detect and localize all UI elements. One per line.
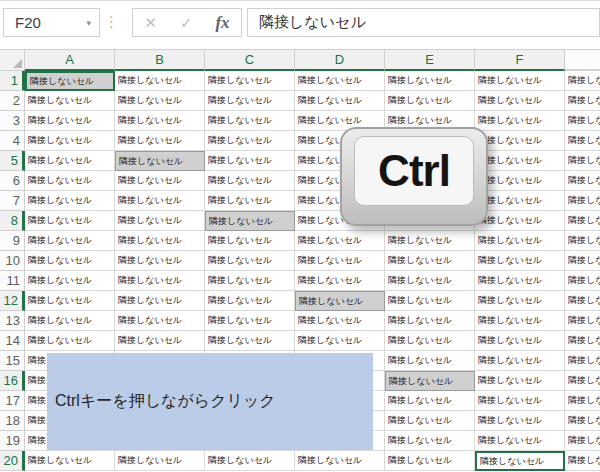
row-header-15[interactable]: 15 (0, 351, 25, 371)
cell-G8[interactable]: 隣接しないセル (565, 211, 600, 231)
cell-E17[interactable]: 隣接しないセル (385, 391, 475, 411)
cell-C4[interactable]: 隣接しないセル (205, 131, 295, 151)
column-header-G[interactable]: G (565, 49, 600, 71)
cell-G9[interactable]: 隣接しないセル (565, 231, 600, 251)
cell-B2[interactable]: 隣接しないセル (115, 91, 205, 111)
row-header-17[interactable]: 17 (0, 391, 25, 411)
cell-E16[interactable]: 隣接しないセル (385, 371, 475, 391)
cell-G18[interactable]: 隣接しないセル (565, 411, 600, 431)
cell-A13[interactable]: 隣接しないセル (25, 311, 115, 331)
row-header-3[interactable]: 3 (0, 111, 25, 131)
row-header-2[interactable]: 2 (0, 91, 25, 111)
cell-A4[interactable]: 隣接しないセル (25, 131, 115, 151)
cell-A9[interactable]: 隣接しないセル (25, 231, 115, 251)
cell-G20[interactable]: 隣接しないセル (565, 451, 600, 471)
cell-C12[interactable]: 隣接しないセル (205, 291, 295, 311)
cell-E19[interactable]: 隣接しないセル (385, 431, 475, 451)
cell-B1[interactable]: 隣接しないセル (115, 71, 205, 91)
cell-D9[interactable]: 隣接しないセル (295, 231, 385, 251)
cell-D12[interactable]: 隣接しないセル (295, 291, 385, 311)
row-header-6[interactable]: 6 (0, 171, 25, 191)
column-header-D[interactable]: D (295, 49, 385, 71)
cell-C20[interactable]: 隣接しないセル (205, 451, 295, 471)
cell-E9[interactable]: 隣接しないセル (385, 231, 475, 251)
cell-G5[interactable]: 隣接しないセル (565, 151, 600, 171)
cell-F2[interactable]: 隣接しないセル (475, 91, 565, 111)
cell-D14[interactable]: 隣接しないセル (295, 331, 385, 351)
row-header-11[interactable]: 11 (0, 271, 25, 291)
cell-A3[interactable]: 隣接しないセル (25, 111, 115, 131)
cell-G10[interactable]: 隣接しないセル (565, 251, 600, 271)
cell-C9[interactable]: 隣接しないセル (205, 231, 295, 251)
cell-C5[interactable]: 隣接しないセル (205, 151, 295, 171)
cell-D20[interactable]: 隣接しないセル (295, 451, 385, 471)
cell-G3[interactable]: 隣接しないセル (565, 111, 600, 131)
column-header-C[interactable]: C (205, 49, 295, 71)
cell-A7[interactable]: 隣接しないセル (25, 191, 115, 211)
formula-bar[interactable]: 隣接しないセル (247, 8, 600, 37)
chevron-down-icon[interactable]: ▾ (86, 18, 99, 28)
cell-A8[interactable]: 隣接しないセル (25, 211, 115, 231)
cell-F15[interactable]: 隣接しないセル (475, 351, 565, 371)
cell-C13[interactable]: 隣接しないセル (205, 311, 295, 331)
cell-F1[interactable]: 隣接しないセル (475, 71, 565, 91)
row-header-12[interactable]: 12 (0, 291, 25, 311)
cancel-icon[interactable]: ✕ (144, 14, 157, 32)
cell-F12[interactable]: 隣接しないセル (475, 291, 565, 311)
cell-G14[interactable]: 隣接しないセル (565, 331, 600, 351)
row-header-14[interactable]: 14 (0, 331, 25, 351)
cell-C7[interactable]: 隣接しないセル (205, 191, 295, 211)
cell-C1[interactable]: 隣接しないセル (205, 71, 295, 91)
row-header-19[interactable]: 19 (0, 431, 25, 451)
cell-B10[interactable]: 隣接しないセル (115, 251, 205, 271)
cell-F20[interactable]: 隣接しないセル (475, 451, 565, 471)
cell-B13[interactable]: 隣接しないセル (115, 311, 205, 331)
row-header-7[interactable]: 7 (0, 191, 25, 211)
cell-C10[interactable]: 隣接しないセル (205, 251, 295, 271)
cell-G1[interactable]: 隣接しないセル (565, 71, 600, 91)
cell-G11[interactable]: 隣接しないセル (565, 271, 600, 291)
cell-F6[interactable]: 隣接しないセル (475, 171, 565, 191)
cell-C3[interactable]: 隣接しないセル (205, 111, 295, 131)
row-header-9[interactable]: 9 (0, 231, 25, 251)
cell-C6[interactable]: 隣接しないセル (205, 171, 295, 191)
cell-E2[interactable]: 隣接しないセル (385, 91, 475, 111)
row-header-4[interactable]: 4 (0, 131, 25, 151)
cell-E20[interactable]: 隣接しないセル (385, 451, 475, 471)
cell-F19[interactable]: 隣接しないセル (475, 431, 565, 451)
cell-F11[interactable]: 隣接しないセル (475, 271, 565, 291)
cell-A1[interactable]: 隣接しないセル (25, 71, 115, 91)
cell-E14[interactable]: 隣接しないセル (385, 331, 475, 351)
row-header-16[interactable]: 16 (0, 371, 25, 391)
row-header-8[interactable]: 8 (0, 211, 25, 231)
cell-A12[interactable]: 隣接しないセル (25, 291, 115, 311)
enter-icon[interactable]: ✓ (180, 14, 193, 32)
cell-C14[interactable]: 隣接しないセル (205, 331, 295, 351)
cell-A10[interactable]: 隣接しないセル (25, 251, 115, 271)
cell-B11[interactable]: 隣接しないセル (115, 271, 205, 291)
cell-F18[interactable]: 隣接しないセル (475, 411, 565, 431)
cell-B4[interactable]: 隣接しないセル (115, 131, 205, 151)
cell-E1[interactable]: 隣接しないセル (385, 71, 475, 91)
cell-B7[interactable]: 隣接しないセル (115, 191, 205, 211)
insert-function-icon[interactable]: fx (215, 13, 229, 33)
cell-C11[interactable]: 隣接しないセル (205, 271, 295, 291)
cell-A11[interactable]: 隣接しないセル (25, 271, 115, 291)
cell-F16[interactable]: 隣接しないセル (475, 371, 565, 391)
cell-B6[interactable]: 隣接しないセル (115, 171, 205, 191)
cell-G7[interactable]: 隣接しないセル (565, 191, 600, 211)
cell-F8[interactable]: 隣接しないセル (475, 211, 565, 231)
cell-G17[interactable]: 隣接しないセル (565, 391, 600, 411)
cell-A20[interactable]: 隣接しないセル (25, 451, 115, 471)
cell-E15[interactable]: 隣接しないセル (385, 351, 475, 371)
cell-B9[interactable]: 隣接しないセル (115, 231, 205, 251)
cell-A2[interactable]: 隣接しないセル (25, 91, 115, 111)
cell-D2[interactable]: 隣接しないセル (295, 91, 385, 111)
cell-F7[interactable]: 隣接しないセル (475, 191, 565, 211)
cell-G13[interactable]: 隣接しないセル (565, 311, 600, 331)
cell-F5[interactable]: 隣接しないセル (475, 151, 565, 171)
cell-E12[interactable]: 隣接しないセル (385, 291, 475, 311)
cell-E13[interactable]: 隣接しないセル (385, 311, 475, 331)
row-header-18[interactable]: 18 (0, 411, 25, 431)
cell-G19[interactable]: 隣接しないセル (565, 431, 600, 451)
